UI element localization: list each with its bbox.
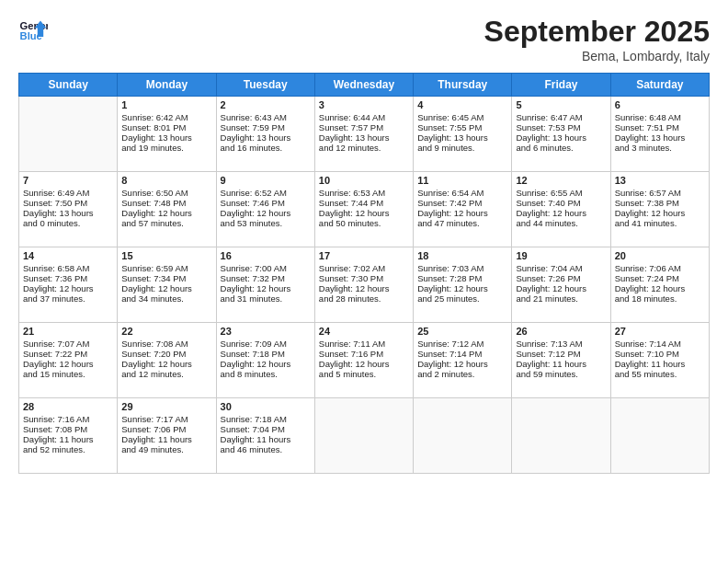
cell-text: and 44 minutes. [516,218,606,228]
cell-text: Sunset: 7:04 PM [221,424,311,434]
cell-text: Sunset: 7:36 PM [23,273,113,283]
calendar-week-row: 28Sunrise: 7:16 AMSunset: 7:08 PMDayligh… [19,398,710,474]
cell-text: Sunrise: 6:49 AM [23,188,113,198]
day-number: 13 [615,175,705,186]
cell-text: Daylight: 12 hours [319,359,409,369]
cell-text: Sunrise: 6:50 AM [121,188,211,198]
calendar-cell: 20Sunrise: 7:06 AMSunset: 7:24 PMDayligh… [610,247,709,323]
day-number: 30 [221,401,311,412]
cell-text: Sunrise: 7:16 AM [23,414,113,424]
day-number: 25 [417,326,507,337]
cell-text: Daylight: 12 hours [121,359,211,369]
calendar-cell: 11Sunrise: 6:54 AMSunset: 7:42 PMDayligh… [414,172,512,247]
cell-text: Sunset: 7:32 PM [221,273,311,283]
cell-text: Daylight: 13 hours [221,132,311,143]
cell-text: Sunset: 7:16 PM [319,349,409,359]
cell-text: and 28 minutes. [319,293,409,304]
day-number: 29 [121,401,211,412]
cell-text: and 52 minutes. [23,444,113,454]
calendar-cell: 25Sunrise: 7:12 AMSunset: 7:14 PMDayligh… [414,323,512,398]
day-number: 28 [23,401,113,412]
cell-text: Daylight: 12 hours [417,283,507,293]
col-saturday: Saturday [610,74,709,97]
cell-text: Sunrise: 7:07 AM [23,339,113,349]
cell-text: Daylight: 13 hours [319,132,409,143]
cell-text: Sunrise: 7:04 AM [516,263,606,273]
cell-text: Daylight: 12 hours [417,359,507,369]
calendar-week-row: 14Sunrise: 6:58 AMSunset: 7:36 PMDayligh… [19,247,710,323]
calendar-cell: 13Sunrise: 6:57 AMSunset: 7:38 PMDayligh… [610,172,709,247]
calendar-cell: 26Sunrise: 7:13 AMSunset: 7:12 PMDayligh… [512,323,610,398]
cell-text: Sunrise: 7:00 AM [221,263,311,273]
cell-text: and 3 minutes. [615,143,705,153]
col-wednesday: Wednesday [314,74,413,97]
cell-text: Sunrise: 7:13 AM [516,339,606,349]
cell-text: Sunset: 7:28 PM [417,273,507,283]
calendar-cell: 22Sunrise: 7:08 AMSunset: 7:20 PMDayligh… [118,323,216,398]
calendar-week-row: 7Sunrise: 6:49 AMSunset: 7:50 PMDaylight… [19,172,710,247]
cell-text: Sunset: 7:12 PM [516,349,606,359]
calendar-cell: 21Sunrise: 7:07 AMSunset: 7:22 PMDayligh… [19,323,118,398]
cell-text: Sunset: 7:20 PM [121,349,211,359]
cell-text: Sunrise: 7:08 AM [121,339,211,349]
col-sunday: Sunday [19,74,118,97]
calendar-week-row: 21Sunrise: 7:07 AMSunset: 7:22 PMDayligh… [19,323,710,398]
cell-text: Sunrise: 6:44 AM [319,112,409,122]
cell-text: Daylight: 12 hours [221,208,311,218]
cell-text: and 50 minutes. [319,218,409,228]
cell-text: Sunrise: 7:14 AM [615,339,705,349]
calendar-cell: 5Sunrise: 6:47 AMSunset: 7:53 PMDaylight… [512,97,610,172]
header: General Blue September 2025 Bema, Lombar… [18,15,710,63]
calendar-cell: 28Sunrise: 7:16 AMSunset: 7:08 PMDayligh… [19,398,118,474]
title-block: September 2025 Bema, Lombardy, Italy [484,15,710,63]
cell-text: Sunset: 7:51 PM [615,122,705,132]
cell-text: and 6 minutes. [516,143,606,153]
cell-text: Daylight: 12 hours [121,208,211,218]
day-number: 18 [417,250,507,261]
cell-text: Sunrise: 6:43 AM [221,112,311,122]
day-number: 24 [319,326,409,337]
cell-text: Daylight: 11 hours [23,434,113,444]
cell-text: and 57 minutes. [121,218,211,228]
cell-text: Daylight: 12 hours [516,283,606,293]
cell-text: and 15 minutes. [23,369,113,379]
cell-text: and 12 minutes. [121,369,211,379]
cell-text: Daylight: 12 hours [23,283,113,293]
calendar-cell [19,97,118,172]
day-number: 23 [221,326,311,337]
cell-text: and 21 minutes. [516,293,606,304]
cell-text: Sunrise: 6:54 AM [417,188,507,198]
calendar-cell [414,398,512,474]
cell-text: and 49 minutes. [121,444,211,454]
cell-text: Sunrise: 6:52 AM [221,188,311,198]
cell-text: and 19 minutes. [121,143,211,153]
cell-text: and 9 minutes. [417,143,507,153]
calendar-cell [314,398,413,474]
cell-text: Sunrise: 6:48 AM [615,112,705,122]
day-number: 20 [615,250,705,261]
cell-text: Sunrise: 7:03 AM [417,263,507,273]
cell-text: Sunset: 7:18 PM [221,349,311,359]
cell-text: Daylight: 12 hours [221,283,311,293]
calendar-cell: 6Sunrise: 6:48 AMSunset: 7:51 PMDaylight… [610,97,709,172]
cell-text: and 12 minutes. [319,143,409,153]
day-number: 3 [319,99,409,110]
cell-text: Sunrise: 6:59 AM [121,263,211,273]
calendar-cell: 10Sunrise: 6:53 AMSunset: 7:44 PMDayligh… [314,172,413,247]
col-friday: Friday [512,74,610,97]
cell-text: Sunset: 7:22 PM [23,349,113,359]
calendar-cell: 7Sunrise: 6:49 AMSunset: 7:50 PMDaylight… [19,172,118,247]
cell-text: Sunset: 7:48 PM [121,198,211,208]
calendar-cell: 16Sunrise: 7:00 AMSunset: 7:32 PMDayligh… [216,247,314,323]
day-number: 19 [516,250,606,261]
day-number: 2 [221,99,311,110]
cell-text: Sunset: 7:26 PM [516,273,606,283]
cell-text: and 55 minutes. [615,369,705,379]
cell-text: Sunrise: 7:02 AM [319,263,409,273]
day-number: 14 [23,250,113,261]
calendar-cell: 14Sunrise: 6:58 AMSunset: 7:36 PMDayligh… [19,247,118,323]
cell-text: and 59 minutes. [516,369,606,379]
cell-text: Sunrise: 6:47 AM [516,112,606,122]
day-number: 9 [221,175,311,186]
cell-text: Sunset: 7:10 PM [615,349,705,359]
